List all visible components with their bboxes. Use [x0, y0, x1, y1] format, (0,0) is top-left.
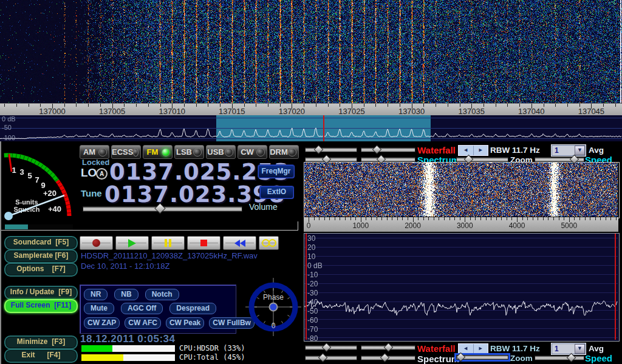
mode-button-ecss[interactable]: ECSS — [111, 145, 141, 159]
rf-waterfall-display[interactable] — [0, 0, 622, 103]
dsp-button-mute[interactable]: Mute — [84, 303, 114, 314]
extio-button[interactable]: ExtIO — [259, 186, 294, 199]
menu-button-options[interactable]: Options [F7] — [4, 263, 78, 277]
pause-button[interactable] — [151, 236, 185, 250]
stop-button[interactable] — [187, 236, 220, 250]
audio-waterfall-canvas[interactable] — [304, 163, 618, 217]
audio-waterfall-display[interactable] — [304, 162, 620, 218]
mode-button-cw[interactable]: CW — [238, 145, 267, 159]
rbw-spinner[interactable]: ◄ ► — [458, 145, 488, 156]
s-meter: 1 3 5 7 9 +20 +40 S-units Squelch — [1, 143, 78, 228]
speed-slider-bottom[interactable] — [535, 354, 584, 362]
scale-tick — [184, 104, 185, 107]
waterfall-brightness-slider-bottom[interactable] — [305, 343, 357, 351]
play-button[interactable] — [115, 236, 149, 250]
scale-tick — [124, 104, 125, 107]
mode-button-am[interactable]: AM — [80, 145, 109, 159]
slider-thumb[interactable] — [456, 352, 466, 362]
dsp-button-cw-zap[interactable]: CW ZAP — [84, 317, 120, 329]
menu-button-full-screen[interactable]: Full Screen [F11] — [4, 299, 78, 313]
spectrum-section-label[interactable]: Spectrum — [417, 354, 459, 364]
slider-track — [361, 147, 415, 152]
menu-button-info-update[interactable]: Info / Update [F9] — [4, 286, 78, 300]
speed-slider-top[interactable] — [535, 155, 584, 163]
spectrum-brightness-slider-top[interactable] — [305, 155, 357, 163]
slider-thumb[interactable] — [570, 155, 579, 164]
slider-thumb[interactable] — [377, 155, 386, 164]
rbw-increase-icon[interactable]: ► — [474, 344, 488, 354]
rewind-button[interactable] — [223, 236, 256, 250]
mode-button-lsb[interactable]: LSB — [174, 145, 204, 159]
freqmgr-button[interactable]: FreqMgr — [258, 164, 295, 178]
rf-spectrum-canvas[interactable] — [0, 115, 622, 141]
slider-track — [305, 147, 357, 152]
zoom-slider-top[interactable] — [456, 155, 508, 163]
audio-spectrum-canvas[interactable] — [304, 234, 618, 340]
slider-thumb[interactable] — [372, 145, 382, 155]
menu-button-exit[interactable]: Exit [F4] — [4, 349, 78, 363]
scale-tick — [16, 104, 17, 107]
dsp-button-nb[interactable]: NB — [114, 289, 138, 300]
spectrum-brightness-slider-bottom[interactable] — [305, 354, 357, 362]
mode-button-fm[interactable]: FM — [143, 145, 173, 159]
spectrum-contrast-slider-top[interactable] — [361, 155, 415, 163]
mode-button-drm[interactable]: DRM — [269, 145, 299, 159]
slider-thumb[interactable] — [154, 203, 165, 214]
scale-tick — [439, 217, 439, 220]
slider-thumb[interactable] — [380, 353, 390, 363]
slider-thumb[interactable] — [318, 353, 328, 363]
rf-frequency-scale[interactable]: 1370001370051370101370151370201370251370… — [0, 103, 622, 116]
frequency-tick-label: 137025 — [338, 107, 364, 116]
dsp-button-agc-off[interactable]: AGC Off — [121, 303, 163, 314]
phase-knob[interactable] — [270, 303, 278, 311]
scale-tick — [428, 217, 429, 220]
rf-spectrum-display[interactable]: 0 dB -50 -100 — [0, 115, 622, 141]
mode-button-usb[interactable]: USB — [206, 145, 236, 159]
dsp-button-notch[interactable]: Notch — [145, 289, 179, 300]
phase-dial[interactable]: Phase 0 — [244, 275, 302, 339]
slider-thumb[interactable] — [314, 145, 324, 155]
scale-tick — [444, 217, 445, 220]
slider-thumb[interactable] — [464, 155, 474, 164]
waterfall-brightness-slider-top[interactable] — [305, 146, 357, 153]
spectrum-contrast-slider-bottom[interactable] — [361, 354, 415, 362]
zoom-slider-bottom[interactable] — [456, 353, 508, 361]
chevron-down-icon[interactable]: ▼ — [575, 146, 585, 155]
lo-auto-lock-badge[interactable]: A — [96, 168, 108, 180]
scale-tick — [345, 217, 346, 220]
waterfall-contrast-slider-bottom[interactable] — [361, 343, 415, 351]
slider-thumb[interactable] — [567, 353, 576, 363]
scale-tick — [480, 217, 481, 220]
dsp-button-nr[interactable]: NR — [84, 289, 108, 300]
slider-thumb[interactable] — [322, 155, 332, 164]
avg-count-select[interactable]: 1 ▼ — [551, 343, 586, 355]
rbw-increase-icon[interactable]: ► — [474, 146, 488, 155]
slider-thumb[interactable] — [384, 343, 394, 352]
dsp-button-cw-peak[interactable]: CW Peak — [166, 317, 204, 329]
volume-slider[interactable] — [83, 204, 242, 213]
audio-spectrum-display[interactable]: 3020100 dB-10-20-30-40-50-60-70-80 — [304, 233, 620, 342]
avg-count-value: 1 — [552, 146, 575, 155]
frequency-tick-label: 137010 — [159, 107, 185, 116]
squelch-level-bar[interactable] — [5, 224, 73, 230]
waterfall-section-label[interactable]: Waterfall — [417, 343, 456, 354]
chevron-down-icon[interactable]: ▼ — [575, 344, 585, 354]
menu-button-soundcard[interactable]: Soundcard [F5] — [4, 236, 78, 250]
record-icon — [92, 239, 100, 247]
audio-frequency-scale[interactable]: 010002000300040005000 — [304, 217, 618, 232]
rbw-decrease-icon[interactable]: ◄ — [459, 146, 474, 155]
slider-track — [361, 157, 415, 162]
waterfall-section-label[interactable]: Waterfall — [417, 145, 456, 155]
dsp-button-cw-afc[interactable]: CW AFC — [125, 317, 161, 329]
menu-button-samplerate[interactable]: Samplerate [F6] — [4, 249, 78, 263]
waterfall-contrast-slider-top[interactable] — [361, 146, 415, 153]
scale-tick — [615, 104, 616, 107]
record-button[interactable] — [80, 236, 113, 250]
dsp-button-despread[interactable]: Despread — [169, 303, 216, 314]
avg-count-select[interactable]: 1 ▼ — [551, 144, 586, 157]
scale-tick — [340, 217, 340, 220]
menu-button-minimize[interactable]: Minimize [F3] — [4, 335, 78, 349]
loop-button[interactable] — [259, 236, 279, 250]
slider-thumb[interactable] — [322, 343, 332, 352]
scale-tick — [548, 217, 549, 220]
